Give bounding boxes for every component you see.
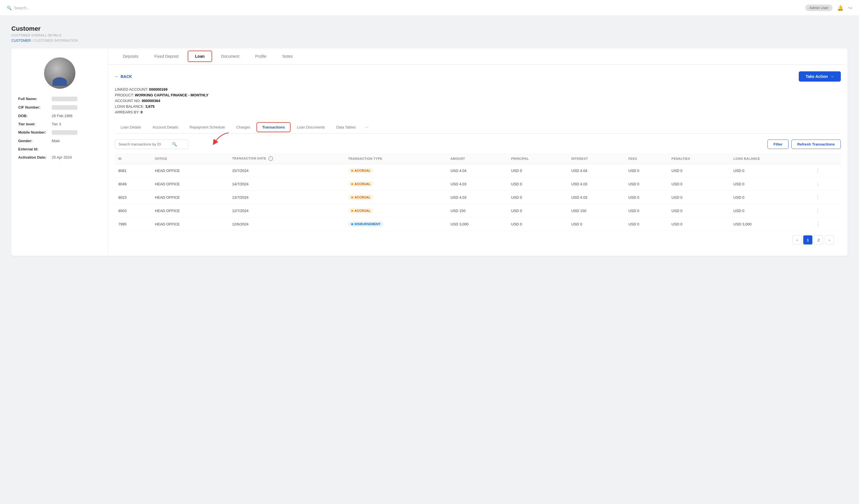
cell-penalties: USD 0 [668,178,730,191]
more-tabs-button[interactable]: ··· [361,121,372,133]
cell-id: 8023 [115,191,152,204]
cell-principal: USD 0 [508,204,568,217]
content-area: ← BACK Take Action → LINKED ACCOUNT: 000… [108,64,848,256]
main-tab-bar: Deposits Fixed Deposit Loan Document Pro… [108,48,848,64]
cif-value [52,105,77,110]
tab-deposits[interactable]: Deposits [115,49,146,64]
sub-tab-loan-documents[interactable]: Loan Documents [291,122,330,133]
avatar [44,58,75,89]
sort-date-icon[interactable]: ↓ [268,156,273,161]
tab-profile[interactable]: Profile [247,49,274,64]
search-placeholder-text: Search... [14,6,30,10]
row-menu-icon[interactable]: ⋮ [815,221,820,227]
product-row: PRODUCT: WORKING CAPITAL FINANCE - MONTH… [115,93,841,97]
activation-value: 25 Apr 2024 [52,155,72,159]
badge-dot [351,170,353,172]
cell-row-menu[interactable]: ⋮ [812,217,841,231]
row-menu-icon[interactable]: ⋮ [815,208,820,213]
transactions-tbody: 8081 HEAD OFFICE 15/7/2024 ACCRUAL USD 4… [115,164,841,231]
cell-penalties: USD 0 [668,191,730,204]
filter-button[interactable]: Filter [767,140,788,149]
activation-label: Activation Date: [18,155,49,159]
sub-tab-account-details[interactable]: Account Details [147,122,184,133]
user-chip[interactable]: Admin User [805,4,832,11]
dob-row: DOB: 26 Feb 1986 [18,114,101,118]
transactions-table: ID OFFICE TRANSACTION DATE ↓ TRANSACTION… [115,153,841,231]
cif-label: CIF Number: [18,105,49,109]
search-box[interactable]: 🔍 [115,139,189,149]
back-button[interactable]: ← BACK [115,74,132,79]
loan-balance-row: LOAN BALANCE: 3,675 [115,104,841,109]
row-menu-icon[interactable]: ⋮ [815,168,820,173]
logout-icon[interactable]: ↪ [848,5,852,11]
cell-office: HEAD OFFICE [152,164,229,178]
take-action-button[interactable]: Take Action → [799,71,841,81]
search-area[interactable]: 🔍 Search... [7,6,30,10]
page-subtitle: CUSTOMER OVERALL DETAILS [11,33,848,37]
cell-principal: USD 0 [508,178,568,191]
tab-notes[interactable]: Notes [274,49,301,64]
tab-loan[interactable]: Loan [188,50,212,62]
linked-account-row: LINKED ACCOUNT: 000000169 [115,87,841,92]
sub-tab-data-tables[interactable]: Data Tables [331,122,361,133]
col-actions [812,153,841,164]
cell-row-menu[interactable]: ⋮ [812,178,841,191]
cell-date: 14/7/2024 [229,178,345,191]
cell-row-menu[interactable]: ⋮ [812,204,841,217]
dob-value: 26 Feb 1986 [52,114,73,118]
avatar-wrapper [18,58,101,89]
cell-amount: USD 150 [447,204,508,217]
top-navigation: 🔍 Search... Admin User 🔔 ↪ [0,0,859,16]
mobile-label: Mobile Number: [18,130,49,135]
mobile-row: Mobile Number: [18,130,101,135]
cell-loan-balance: USD 0 [730,178,812,191]
cell-interest: USD 0 [568,217,625,231]
full-name-label: Full Name: [18,97,49,101]
breadcrumb-current: CUSTOMER INFORMATION [33,39,78,43]
tab-fixed-deposit[interactable]: Fixed Deposit [146,49,186,64]
search-input[interactable] [119,142,170,147]
cell-loan-balance: USD 0 [730,204,812,217]
table-header: ID OFFICE TRANSACTION DATE ↓ TRANSACTION… [115,153,841,164]
gender-label: Gender: [18,139,49,143]
next-page-button[interactable]: › [825,235,834,244]
table-row: 8003 HEAD OFFICE 12/7/2024 ACCRUAL USD 1… [115,204,841,217]
sub-tab-transactions[interactable]: Transactions [256,122,291,132]
cell-loan-balance: USD 0 [730,191,812,204]
col-penalties: PENALTIES [668,153,730,164]
page-title: Customer [11,25,848,32]
badge-dot [351,196,353,198]
external-id-label: External Id: [18,147,49,151]
full-name-row: Full Name: [18,97,101,101]
sub-tab-charges[interactable]: Charges [231,122,256,133]
refresh-transactions-button[interactable]: Refresh Transactions [791,140,841,149]
cell-row-menu[interactable]: ⋮ [812,164,841,178]
tab-document[interactable]: Document [213,49,247,64]
cell-interest: USD 4.03 [568,178,625,191]
notification-icon[interactable]: 🔔 [837,5,843,11]
prev-page-button[interactable]: ‹ [793,235,801,244]
breadcrumb: CUSTOMER / CUSTOMER INFORMATION [11,39,848,43]
cell-row-menu[interactable]: ⋮ [812,191,841,204]
avatar-image [44,58,75,89]
breadcrumb-customer-link[interactable]: CUSTOMER [11,39,31,43]
page-2-button[interactable]: 2 [814,235,823,244]
account-no-row: ACCOUNT NO: 000000364 [115,98,841,103]
col-transaction-date[interactable]: TRANSACTION DATE ↓ [229,153,345,164]
cell-office: HEAD OFFICE [152,191,229,204]
sub-tab-loan-details[interactable]: Loan Details [115,122,147,133]
external-id-row: External Id: [18,147,101,151]
cell-date: 12/6/2024 [229,217,345,231]
cell-type: ACCRUAL [345,204,447,217]
gender-value: Male [52,139,60,143]
col-transaction-type: TRANSACTION TYPE [345,153,447,164]
row-menu-icon[interactable]: ⋮ [815,195,820,200]
transaction-type-badge: ACCRUAL [348,181,373,186]
cell-type: ACCRUAL [345,178,447,191]
page-1-button[interactable]: 1 [803,235,812,244]
row-menu-icon[interactable]: ⋮ [815,181,820,187]
table-row: 8049 HEAD OFFICE 14/7/2024 ACCRUAL USD 4… [115,178,841,191]
search-icon: 🔍 [7,6,12,10]
cell-type: ACCRUAL [345,164,447,178]
main-layout: Full Name: CIF Number: DOB: 26 Feb 1986 … [11,48,848,256]
